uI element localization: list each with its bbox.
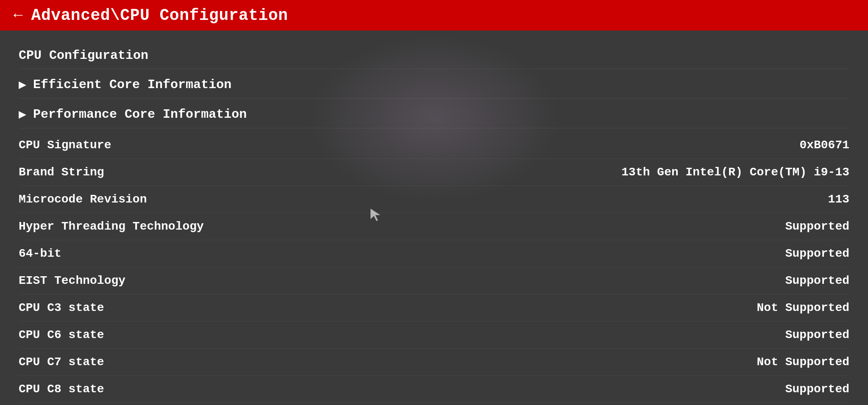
table-row: CPU C9 stateNot Supported [19,403,849,405]
row-label: Microcode Revision [19,193,273,206]
row-value: 113 [553,193,849,206]
row-label: CPU C7 state [19,355,273,369]
table-row: Hyper Threading TechnologySupported [19,213,849,240]
row-label: 64-bit [19,247,273,260]
row-value: Not Supported [553,301,849,314]
row-label: Brand String [19,166,273,179]
main-content: CPU Configuration ▶ Efficient Core Infor… [0,31,868,405]
row-label: EIST Technology [19,274,273,287]
divider-2 [19,98,849,99]
mouse-cursor [369,208,384,223]
performance-core-arrow-icon: ▶ [19,106,26,122]
row-value: 0xB0671 [553,139,849,152]
row-label: CPU C8 state [19,383,273,396]
row-label: CPU C6 state [19,328,273,341]
svg-marker-0 [370,208,381,221]
row-value: Supported [553,274,849,287]
page-title: Advanced\CPU Configuration [31,6,288,25]
table-row: 64-bitSupported [19,240,849,267]
divider-1 [19,69,849,69]
row-value: Supported [553,383,849,396]
row-value: Supported [553,247,849,260]
header-bar: ← Advanced\CPU Configuration [0,0,868,31]
info-rows-container: CPU Signature0xB0671Brand String13th Gen… [19,130,849,405]
table-row: CPU C6 stateSupported [19,322,849,349]
cpu-config-label-text: CPU Configuration [19,48,148,63]
table-row: EIST TechnologySupported [19,267,849,294]
table-row: Brand String13th Gen Intel(R) Core(TM) i… [19,159,849,186]
table-row: Microcode Revision113 [19,186,849,213]
efficient-core-section[interactable]: ▶ Efficient Core Information [19,71,849,97]
row-value: Not Supported [553,355,849,369]
back-arrow-icon[interactable]: ← [14,7,23,24]
performance-core-section[interactable]: ▶ Performance Core Information [19,100,849,126]
row-label: CPU C3 state [19,301,273,314]
row-value: 13th Gen Intel(R) Core(TM) i9-13 [553,166,849,179]
row-value: Supported [553,328,849,341]
performance-core-label: Performance Core Information [33,107,247,122]
row-label: Hyper Threading Technology [19,220,273,233]
table-row: CPU C8 stateSupported [19,376,849,403]
efficient-core-arrow-icon: ▶ [19,77,26,92]
cpu-config-section-label: CPU Configuration [19,42,849,67]
divider-3 [19,128,849,128]
table-row: CPU C3 stateNot Supported [19,294,849,322]
row-label: CPU Signature [19,139,273,152]
row-value: Supported [553,220,849,233]
efficient-core-label: Efficient Core Information [33,78,231,92]
table-row: CPU C7 stateNot Supported [19,349,849,376]
table-row: CPU Signature0xB0671 [19,130,849,159]
